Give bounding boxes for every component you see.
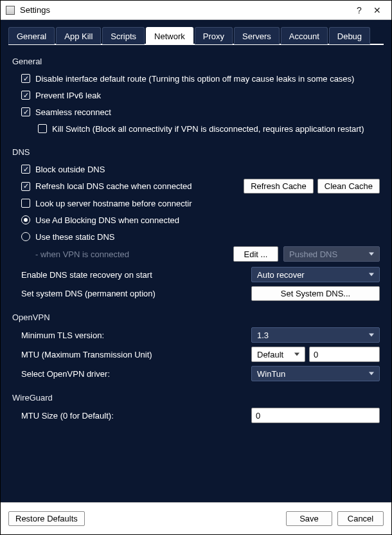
edit-static-dns-button[interactable]: Edit ... [233, 246, 278, 262]
label-kill-switch: Kill Switch (Block all connectivity if V… [52, 124, 380, 134]
label-ovpn-mtu: MTU (Maximum Transmission Unit) [21, 350, 245, 359]
dns-state-recovery-select[interactable]: Auto recover [251, 267, 380, 282]
min-tls-select[interactable]: 1.3 [251, 327, 380, 343]
content-area: General App Kill Scripts Network Proxy S… [1, 20, 391, 502]
tab-debug[interactable]: Debug [329, 27, 370, 44]
window-title: Settings [20, 5, 350, 15]
radio-static-dns[interactable] [21, 232, 30, 241]
pushed-dns-select[interactable]: Pushed DNS [283, 246, 380, 262]
label-block-outside-dns: Block outside DNS [35, 165, 380, 174]
titlebar: Settings ? ✕ [1, 1, 391, 20]
checkbox-block-outside-dns[interactable] [21, 165, 30, 174]
set-system-dns-button[interactable]: Set System DNS... [251, 286, 380, 301]
label-wg-mtu: MTU Size (0 for Default): [21, 411, 245, 421]
section-openvpn-title: OpenVPN [12, 313, 380, 322]
section-dns-title: DNS [12, 147, 380, 157]
network-pane: General Disable interface default route … [8, 49, 384, 423]
tab-general[interactable]: General [8, 27, 55, 44]
label-ovpn-driver: Select OpenVPN driver: [21, 369, 245, 379]
refresh-cache-button[interactable]: Refresh Cache [244, 179, 314, 194]
tab-network[interactable]: Network [146, 27, 193, 44]
save-button[interactable]: Save [286, 511, 332, 526]
checkbox-refresh-local-dns[interactable] [21, 182, 30, 191]
label-min-tls: Minimum TLS version: [21, 331, 245, 340]
tab-scripts[interactable]: Scripts [102, 27, 145, 44]
dialog-footer: Restore Defaults Save Cancel [1, 502, 391, 534]
app-icon [6, 6, 15, 15]
help-button[interactable]: ? [350, 5, 368, 15]
restore-defaults-button[interactable]: Restore Defaults [8, 511, 85, 526]
tab-bar: General App Kill Scripts Network Proxy S… [8, 26, 384, 45]
ovpn-mtu-input[interactable]: 0 [309, 347, 380, 362]
label-static-dns: Use these static DNS [35, 232, 380, 242]
checkbox-disable-default-route[interactable] [21, 74, 30, 83]
checkbox-kill-switch[interactable] [38, 124, 47, 133]
label-refresh-local-dns: Refresh local DNS cache when connected [35, 181, 244, 191]
label-disable-default-route: Disable interface default route (Turning… [35, 74, 380, 84]
label-lookup-hostname: Look up server hostname before connectir [35, 199, 380, 208]
section-general-title: General [12, 57, 380, 66]
hint-static-dns: - when VPN is connected [21, 249, 233, 259]
label-prevent-ipv6: Prevent IPv6 leak [35, 91, 380, 100]
close-button[interactable]: ✕ [368, 5, 386, 15]
label-adblock-dns: Use Ad Blocking DNS when connected [35, 215, 380, 225]
label-set-system-dns: Set system DNS (permanent option) [21, 289, 245, 298]
tab-account[interactable]: Account [281, 27, 328, 44]
checkbox-lookup-hostname[interactable] [21, 199, 30, 208]
label-dns-state-recovery: Enable DNS state recovery on start [21, 270, 245, 280]
wg-mtu-input[interactable]: 0 [251, 408, 380, 423]
tab-proxy[interactable]: Proxy [195, 27, 233, 44]
checkbox-prevent-ipv6[interactable] [21, 91, 30, 100]
label-seamless-reconnect: Seamless reconnect [35, 107, 380, 117]
tab-app-kill[interactable]: App Kill [56, 27, 101, 44]
cancel-button[interactable]: Cancel [337, 511, 384, 526]
ovpn-mtu-mode-select[interactable]: Default [251, 347, 305, 362]
tab-servers[interactable]: Servers [234, 27, 280, 44]
ovpn-driver-select[interactable]: WinTun [251, 366, 380, 381]
section-wireguard-title: WireGuard [12, 393, 380, 403]
radio-adblock-dns[interactable] [21, 215, 30, 224]
clean-cache-button[interactable]: Clean Cache [317, 179, 380, 194]
checkbox-seamless-reconnect[interactable] [21, 107, 30, 116]
